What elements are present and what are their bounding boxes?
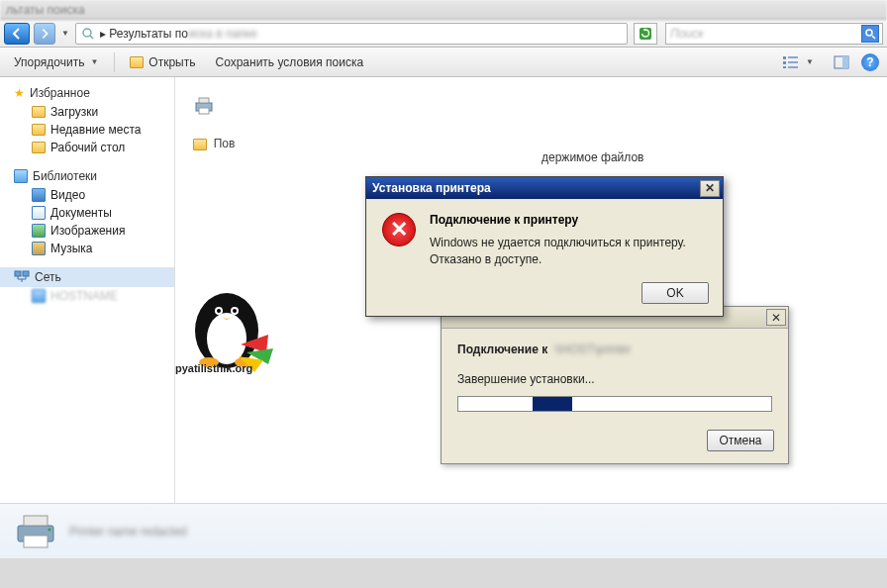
search-folder-icon bbox=[80, 26, 96, 42]
star-icon: ★ bbox=[14, 86, 25, 100]
sidebar-item-desktop[interactable]: Рабочий стол bbox=[0, 139, 174, 156]
sidebar-item-recent[interactable]: Недавние места bbox=[0, 121, 174, 139]
network-label: Сеть bbox=[35, 270, 61, 284]
watermark-text: pyatilistnik.org bbox=[175, 362, 252, 374]
sidebar-item-network[interactable]: Сеть bbox=[0, 267, 174, 287]
progress-fill bbox=[533, 397, 572, 411]
error-title: Установка принтера bbox=[372, 181, 491, 195]
sidebar-item-pictures[interactable]: Изображения bbox=[0, 222, 174, 240]
magnifier-icon bbox=[864, 28, 876, 40]
progress-target: Подключение к \\HOST\printer bbox=[457, 343, 772, 356]
folder-icon bbox=[32, 142, 46, 153]
organize-menu[interactable]: Упорядочить ▼ bbox=[8, 52, 106, 72]
sidebar-item-label: Изображения bbox=[50, 224, 125, 238]
svg-rect-7 bbox=[842, 56, 848, 68]
sidebar-item-network-host[interactable]: HOSTNAME bbox=[0, 287, 174, 305]
pictures-icon bbox=[32, 224, 46, 238]
cancel-button[interactable]: Отмена bbox=[707, 430, 774, 451]
svg-point-24 bbox=[49, 528, 51, 531]
favorites-label: Избранное bbox=[30, 86, 90, 100]
error-icon: ✕ bbox=[382, 213, 416, 246]
window-titlebar: льтаты поиска bbox=[0, 0, 887, 20]
refresh-icon bbox=[638, 26, 653, 42]
error-message-2: Отказано в доступе. bbox=[430, 251, 686, 268]
navigation-bar: ▼ ▸ Результаты по иска в папке Поиск bbox=[0, 20, 887, 48]
music-icon bbox=[32, 242, 46, 255]
svg-point-16 bbox=[217, 309, 221, 313]
forward-button[interactable] bbox=[34, 23, 55, 45]
details-pane: Printer name redacted bbox=[0, 503, 887, 558]
open-icon bbox=[129, 54, 145, 70]
arrow-right-icon bbox=[39, 28, 50, 40]
bottom-strip bbox=[0, 558, 887, 588]
printer-icon bbox=[193, 97, 215, 115]
save-search-button[interactable]: Сохранить условия поиска bbox=[209, 52, 369, 72]
sidebar-item-music[interactable]: Музыка bbox=[0, 240, 174, 257]
svg-rect-5 bbox=[783, 66, 786, 68]
error-message-1: Windows не удается подключиться к принте… bbox=[430, 235, 686, 251]
svg-rect-9 bbox=[23, 271, 29, 276]
svg-point-0 bbox=[83, 29, 91, 37]
error-dialog: Установка принтера ✕ ✕ Подключение к при… bbox=[365, 176, 724, 317]
sidebar-libraries-header[interactable]: Библиотеки bbox=[0, 166, 174, 186]
svg-point-18 bbox=[233, 309, 237, 313]
open-label: Открыть bbox=[148, 55, 195, 69]
preview-pane-icon bbox=[834, 54, 849, 70]
search-hint-fragment: держимое файлов bbox=[542, 150, 643, 164]
sidebar-item-video[interactable]: Видео bbox=[0, 186, 174, 204]
history-dropdown[interactable]: ▼ bbox=[59, 29, 71, 38]
sidebar-item-label: Недавние места bbox=[50, 123, 141, 137]
breadcrumb-text: Результаты по bbox=[109, 27, 188, 41]
result-item-partial: Пов bbox=[193, 137, 235, 150]
refresh-button[interactable] bbox=[634, 23, 657, 45]
folder-icon bbox=[193, 139, 207, 150]
network-icon bbox=[14, 270, 30, 284]
ok-button[interactable]: OK bbox=[641, 282, 709, 304]
svg-rect-4 bbox=[783, 61, 786, 64]
organize-label: Упорядочить bbox=[14, 55, 84, 69]
progress-bar bbox=[457, 396, 772, 412]
svg-rect-23 bbox=[24, 536, 48, 547]
partial-text: Пов bbox=[214, 137, 236, 150]
sidebar-item-label: Музыка bbox=[50, 242, 92, 255]
help-icon: ? bbox=[866, 55, 873, 69]
close-icon: ✕ bbox=[705, 181, 715, 195]
chevron-down-icon: ▼ bbox=[804, 57, 816, 66]
result-item[interactable] bbox=[193, 97, 215, 115]
sidebar-item-documents[interactable]: Документы bbox=[0, 204, 174, 222]
breadcrumb-blurred: иска в папке bbox=[188, 27, 257, 41]
sidebar-item-downloads[interactable]: Загрузки bbox=[0, 103, 174, 121]
progress-status: Завершение установки... bbox=[457, 372, 772, 386]
error-titlebar[interactable]: Установка принтера ✕ bbox=[366, 177, 723, 199]
printer-large-icon bbox=[14, 514, 57, 549]
separator bbox=[114, 52, 115, 72]
close-button[interactable]: ✕ bbox=[700, 180, 720, 197]
preview-pane-toggle[interactable] bbox=[828, 51, 855, 73]
open-button[interactable]: Открыть bbox=[123, 51, 201, 73]
back-button[interactable] bbox=[4, 23, 30, 45]
details-text-blurred: Printer name redacted bbox=[69, 525, 187, 539]
svg-rect-12 bbox=[199, 108, 209, 114]
svg-point-2 bbox=[866, 30, 872, 36]
libraries-label: Библиотеки bbox=[33, 169, 97, 183]
view-options[interactable]: ▼ bbox=[776, 51, 822, 73]
sidebar-item-label: Загрузки bbox=[50, 105, 98, 119]
address-bar[interactable]: ▸ Результаты по иска в папке bbox=[75, 23, 628, 45]
content-area: Пов держимое файлов pyatilistnik.org ✕ П… bbox=[175, 77, 887, 503]
command-bar: Упорядочить ▼ Открыть Сохранить условия … bbox=[0, 48, 887, 77]
documents-icon bbox=[32, 206, 46, 220]
computer-icon bbox=[32, 289, 46, 303]
search-button[interactable] bbox=[861, 25, 879, 43]
sidebar-favorites-header[interactable]: ★Избранное bbox=[0, 83, 174, 103]
libraries-icon bbox=[14, 169, 28, 183]
search-input[interactable]: Поиск bbox=[665, 23, 883, 45]
arrow-left-icon bbox=[10, 27, 24, 41]
close-button[interactable]: ✕ bbox=[766, 309, 786, 326]
video-icon bbox=[32, 188, 46, 202]
svg-rect-3 bbox=[783, 56, 786, 59]
breadcrumb-sep: ▸ bbox=[100, 27, 106, 41]
help-button[interactable]: ? bbox=[861, 53, 879, 71]
progress-dialog: ✕ Подключение к \\HOST\printer Завершени… bbox=[441, 306, 789, 464]
connect-label: Подключение к bbox=[457, 343, 547, 356]
svg-rect-22 bbox=[24, 516, 48, 526]
